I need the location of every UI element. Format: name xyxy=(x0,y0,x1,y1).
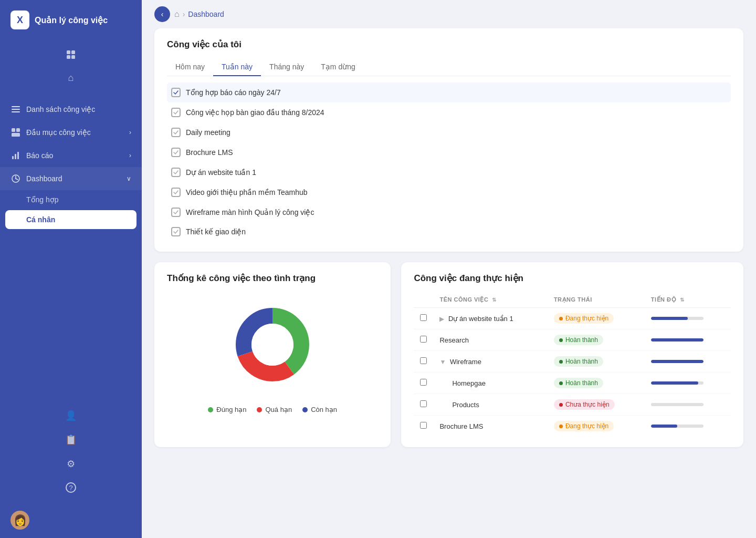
task-item[interactable]: Thiết kế giao diện xyxy=(167,222,731,241)
sidebar-item-grid[interactable] xyxy=(0,44,142,65)
task-checkbox[interactable] xyxy=(171,208,181,217)
breadcrumb: ⌂ › Dashboard xyxy=(174,9,224,19)
sidebar-item-home[interactable]: ⌂ xyxy=(0,67,142,88)
donut-container: Đúng hạn Quá hạn Còn hạn xyxy=(167,292,378,413)
back-icon: ‹ xyxy=(161,10,164,18)
status-badge: Đang thực hiện xyxy=(554,421,614,431)
progress-bar xyxy=(651,360,704,363)
sidebar-item-tasks2[interactable]: 📋 xyxy=(0,429,142,451)
sidebar-item-tong-hop[interactable]: Tổng hợp xyxy=(0,190,142,209)
task-checkbox[interactable] xyxy=(171,148,181,157)
table-row[interactable]: ▼ Wireframe Hoàn thành xyxy=(414,351,731,373)
row-checkbox[interactable] xyxy=(420,379,427,386)
row-checkbox[interactable] xyxy=(420,314,427,321)
task-item[interactable]: Công việc họp bàn giao đầu tháng 8/2024 xyxy=(167,102,731,122)
table-row[interactable]: Research Hoàn thành xyxy=(414,329,731,351)
tab-tuan-nay[interactable]: Tuần này xyxy=(213,58,261,76)
sidebar-item-user[interactable]: 👤 xyxy=(0,405,142,427)
progress-bar xyxy=(651,425,704,428)
task-item[interactable]: Video giới thiệu phần mềm Teamhub xyxy=(167,182,731,202)
sidebar-item-dau-muc[interactable]: Đầu mục công việc › xyxy=(0,121,142,144)
breadcrumb-current: Dashboard xyxy=(188,10,224,18)
table-row[interactable]: Homepgae Hoàn thành xyxy=(414,373,731,394)
svg-rect-11 xyxy=(15,154,16,159)
task-checkbox[interactable] xyxy=(171,128,181,137)
chevron-right-icon: › xyxy=(129,152,131,159)
legend-dot-red xyxy=(257,407,262,412)
status-dot xyxy=(559,403,563,407)
donut-legend: Đúng hạn Quá hạn Còn hạn xyxy=(208,406,337,413)
tab-tam-dung[interactable]: Tạm dừng xyxy=(312,58,363,76)
task-checkbox[interactable] xyxy=(171,188,181,197)
active-tasks-table: TÊN CÔNG VIỆC ⇅ TRẠNG THÁI TIẾN ĐỘ ⇅ xyxy=(414,292,731,437)
svg-rect-10 xyxy=(12,156,14,159)
status-badge: Chưa thực hiện xyxy=(554,399,615,410)
col-name[interactable]: TÊN CÔNG VIỆC ⇅ xyxy=(433,292,547,308)
expand-icon[interactable]: ▼ xyxy=(439,358,446,366)
status-badge: Hoàn thành xyxy=(554,335,603,345)
sidebar-item-label: Đầu mục công việc xyxy=(26,128,91,137)
row-name: Brochure LMS xyxy=(433,416,547,437)
table-row[interactable]: Brochure LMS Đang thực hiện xyxy=(414,416,731,437)
table-row[interactable]: ▶ Dự án website tuần 1 Đang thực hiện xyxy=(414,308,731,329)
tab-thang-nay[interactable]: Tháng này xyxy=(261,58,312,76)
sidebar-sub-label: Cá nhân xyxy=(26,215,55,224)
sidebar-item-danh-sach[interactable]: Danh sách công việc xyxy=(0,98,142,121)
avatar[interactable]: 👩 xyxy=(10,511,29,530)
legend-item-con-han: Còn hạn xyxy=(302,406,337,413)
legend-dot-green xyxy=(208,407,213,412)
task-item[interactable]: Daily meeting xyxy=(167,122,731,142)
svg-rect-6 xyxy=(12,111,20,112)
task-item[interactable]: Tổng hợp báo cáo ngày 24/7 xyxy=(167,82,731,102)
legend-dot-blue xyxy=(302,407,308,412)
task-checkbox[interactable] xyxy=(171,108,181,117)
grid-icon xyxy=(66,49,76,60)
sidebar-item-ca-nhan[interactable]: Cá nhân xyxy=(5,210,136,229)
tab-hom-nay[interactable]: Hôm nay xyxy=(167,58,213,76)
stats-card: Thống kê công việc theo tình trạng xyxy=(154,262,391,447)
sidebar-item-dashboard[interactable]: Dashboard ∨ xyxy=(0,167,142,190)
sidebar-item-settings[interactable]: ⚙ xyxy=(0,453,142,475)
sidebar-item-help[interactable]: ? xyxy=(0,477,142,498)
row-checkbox[interactable] xyxy=(420,400,427,407)
task-label: Wireframe màn hình Quản lý công việc xyxy=(186,208,314,216)
breadcrumb-separator: › xyxy=(183,10,185,18)
app-logo: X xyxy=(10,11,29,29)
task-item[interactable]: Brochure LMS xyxy=(167,142,731,162)
task-item[interactable]: Dự án website tuần 1 xyxy=(167,162,731,182)
svg-rect-0 xyxy=(67,50,70,54)
status-dot xyxy=(559,338,563,342)
task-checkbox[interactable] xyxy=(171,168,181,177)
row-checkbox[interactable] xyxy=(420,336,427,343)
home-icon-sidebar: ⌂ xyxy=(66,73,76,83)
task-checkbox[interactable] xyxy=(171,88,181,97)
task-label: Tổng hợp báo cáo ngày 24/7 xyxy=(186,88,281,97)
back-button[interactable]: ‹ xyxy=(154,6,170,22)
svg-rect-8 xyxy=(16,128,20,132)
col-status: TRẠNG THÁI xyxy=(548,292,645,308)
sidebar-item-bao-cao[interactable]: Báo cáo › xyxy=(0,144,142,167)
expand-icon[interactable]: ▶ xyxy=(439,315,444,323)
progress-fill xyxy=(651,360,704,363)
col-progress[interactable]: TIẾN ĐỘ ⇅ xyxy=(645,292,731,308)
task-label: Thiết kế giao diện xyxy=(186,227,246,236)
table-row[interactable]: Products Chưa thực hiện xyxy=(414,394,731,416)
active-tasks-title: Công việc đang thực hiện xyxy=(414,273,731,284)
progress-fill xyxy=(651,381,698,385)
task-label: Công việc họp bàn giao đầu tháng 8/2024 xyxy=(186,108,324,117)
sidebar-item-label: Danh sách công việc xyxy=(26,105,95,113)
bottom-row: Thống kê công việc theo tình trạng xyxy=(154,262,743,447)
chevron-down-icon: ∨ xyxy=(127,175,131,182)
task-checkbox[interactable] xyxy=(171,227,181,236)
row-checkbox[interactable] xyxy=(420,422,427,429)
main-area: ‹ ⌂ › Dashboard Công việc của tôi Hôm na… xyxy=(142,0,756,538)
list-icon xyxy=(10,104,21,115)
content-area: Công việc của tôi Hôm nay Tuần này Tháng… xyxy=(142,28,756,538)
breadcrumb-home-icon[interactable]: ⌂ xyxy=(174,9,180,19)
row-checkbox[interactable] xyxy=(420,357,427,364)
row-name: Homepgae xyxy=(433,373,547,394)
task-item[interactable]: Wireframe màn hình Quản lý công việc xyxy=(167,202,731,222)
progress-bar xyxy=(651,403,704,406)
status-badge: Đang thực hiện xyxy=(554,313,614,324)
col-progress-label: TIẾN ĐỘ xyxy=(651,296,676,303)
